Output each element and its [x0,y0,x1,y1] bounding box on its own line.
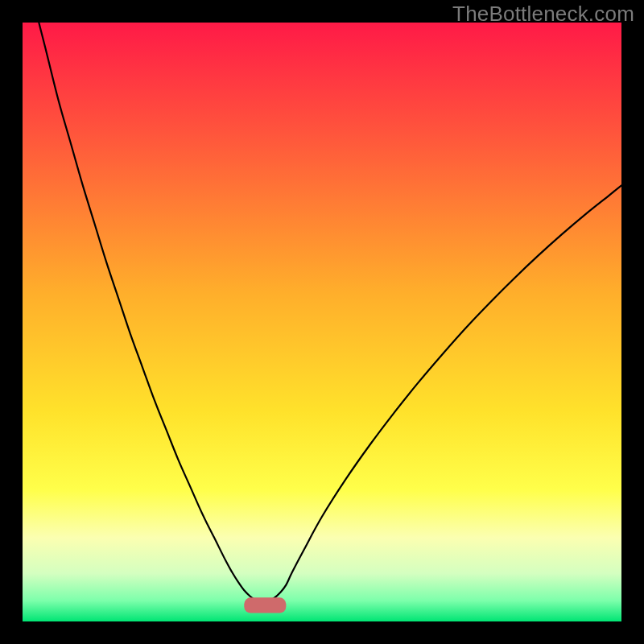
chart-plot-area [23,23,621,621]
chart-frame: TheBottleneck.com [0,0,644,644]
chart-background [23,23,621,621]
chart-marker-group [244,597,286,613]
bottleneck-marker [244,597,286,613]
chart-svg [23,23,621,621]
